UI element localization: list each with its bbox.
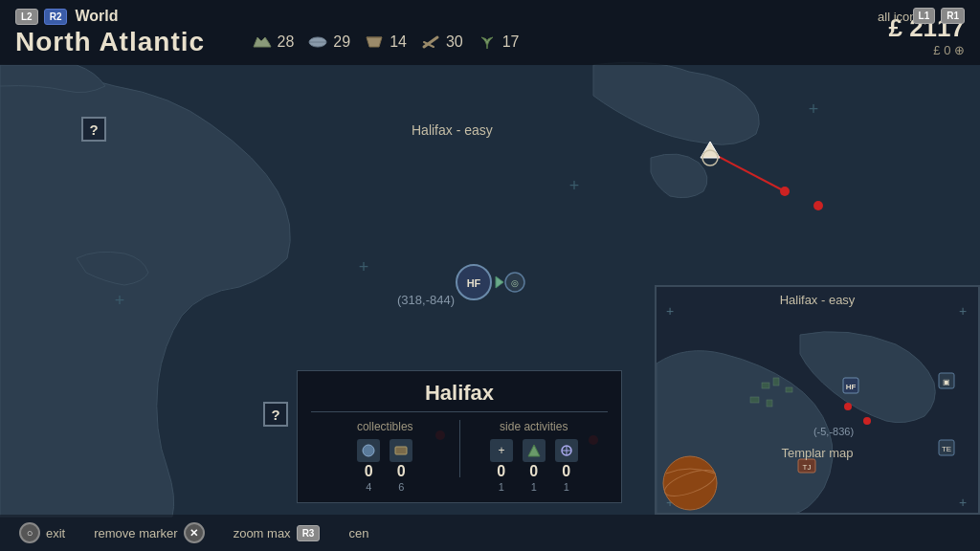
svg-text:TE: TE — [942, 445, 951, 453]
resource-cloth: 14 — [364, 33, 407, 51]
svg-point-34 — [844, 403, 852, 410]
svg-text:+: + — [115, 291, 125, 310]
nav-controls: L2 R2 World — [15, 8, 119, 25]
collectibles-section: collectibles 0 4 0 6 — [311, 420, 459, 493]
question-marker-2[interactable]: ? — [263, 402, 288, 427]
icons-buttons: L1 R1 — [913, 8, 965, 24]
world-label: World — [75, 8, 118, 25]
svg-text:◎: ◎ — [511, 278, 519, 288]
resource-plant: 17 — [477, 33, 520, 51]
r3-button[interactable]: R3 — [297, 525, 321, 541]
l2-button[interactable]: L2 — [15, 9, 38, 25]
svg-point-21 — [363, 445, 374, 456]
side-activity-icon-1: + — [490, 439, 513, 462]
side-activity-3: 0 1 — [555, 439, 578, 493]
svg-text:TJ: TJ — [803, 463, 812, 472]
svg-rect-32 — [750, 397, 759, 403]
svg-text:HF: HF — [467, 277, 481, 289]
side-activity-count-2: 0 — [529, 464, 538, 479]
side-activity-total-1: 1 — [499, 481, 504, 493]
svg-rect-31 — [786, 387, 792, 392]
svg-marker-24 — [528, 445, 540, 456]
minimap: HF (-5,-836) TJ ▣ TE + + + + Halifax - e… — [655, 285, 980, 515]
bottom-hud: ○ exit remove marker ✕ zoom max R3 cen — [0, 515, 980, 551]
coordinates-display: (318,-844) — [397, 293, 455, 307]
collectibles-items: 0 4 0 6 — [311, 439, 459, 493]
svg-rect-33 — [767, 400, 772, 407]
resource-metal: 29 — [307, 33, 350, 51]
collectible-count-1: 0 — [365, 464, 373, 479]
center-label: cen — [348, 526, 368, 540]
remove-marker-button[interactable]: ✕ — [184, 522, 205, 543]
svg-point-35 — [863, 417, 871, 425]
svg-text:+: + — [359, 257, 369, 276]
svg-rect-30 — [773, 378, 779, 386]
side-activity-total-3: 1 — [564, 481, 569, 493]
svg-rect-22 — [395, 447, 407, 454]
svg-point-8 — [813, 201, 823, 210]
minimap-title: Halifax - easy — [780, 293, 856, 307]
r1-button[interactable]: R1 — [941, 8, 965, 24]
svg-text:+: + — [959, 303, 967, 319]
svg-point-49 — [663, 456, 717, 510]
collectible-icon-2 — [390, 439, 412, 462]
side-activity-2: 0 1 — [523, 439, 546, 493]
resource-wood: 28 — [252, 33, 295, 51]
side-activities-label: side activities — [460, 420, 609, 433]
zoom-max-label: zoom max — [234, 526, 291, 540]
top-hud: L2 R2 World North Atlantic 28 29 14 — [0, 0, 980, 65]
collectible-1: 0 4 — [357, 439, 380, 493]
svg-point-7 — [780, 187, 790, 196]
collectible-2: 0 6 — [390, 439, 412, 493]
svg-text:+: + — [666, 303, 674, 319]
side-activity-icon-2 — [523, 439, 546, 462]
halifax-panel-title: Halifax — [311, 381, 608, 412]
side-activities-items: + 0 1 0 1 0 1 — [460, 439, 609, 493]
side-activity-count-3: 0 — [562, 464, 570, 479]
r2-button[interactable]: R2 — [44, 9, 68, 25]
side-activity-1: + 0 1 — [490, 439, 513, 493]
question-marker-1[interactable]: ? — [81, 117, 106, 142]
svg-text:+: + — [959, 495, 967, 510]
collectible-total-2: 6 — [398, 481, 404, 493]
svg-text:(-5,-836): (-5,-836) — [813, 426, 854, 437]
svg-rect-29 — [762, 383, 769, 388]
exit-button[interactable]: ○ — [19, 522, 40, 543]
exit-label: exit — [46, 526, 65, 540]
svg-text:▣: ▣ — [943, 378, 950, 386]
region-title: North Atlantic — [15, 27, 205, 56]
side-activity-count-1: 0 — [497, 464, 505, 479]
remove-marker-control: remove marker ✕ — [94, 522, 204, 543]
zoom-max-control: zoom max R3 — [234, 525, 321, 541]
resource-rope: 30 — [420, 33, 463, 51]
center-control: cen — [348, 526, 368, 540]
halifax-panel: Halifax collectibles 0 4 0 6 — [297, 370, 622, 503]
collectible-total-1: 4 — [366, 481, 371, 493]
collectible-count-2: 0 — [397, 464, 406, 479]
halifax-categories: collectibles 0 4 0 6 — [311, 420, 608, 493]
collectibles-label: collectibles — [311, 420, 459, 433]
l1-button[interactable]: L1 — [913, 8, 936, 24]
money-sub: £ 0 ⊕ — [888, 43, 965, 57]
side-activities-section: side activities + 0 1 0 1 — [460, 420, 609, 493]
svg-text:+: + — [498, 444, 504, 457]
svg-text:HF: HF — [846, 383, 857, 391]
side-activity-total-2: 1 — [531, 481, 537, 493]
side-activity-icon-3 — [555, 439, 578, 462]
svg-text:+: + — [569, 176, 580, 195]
exit-control: ○ exit — [19, 522, 65, 543]
halifax-map-label: Halifax - easy — [412, 122, 493, 138]
templar-map-label: Templar map — [781, 446, 853, 460]
svg-text:+: + — [809, 99, 819, 119]
collectible-icon-1 — [357, 439, 380, 462]
remove-marker-label: remove marker — [94, 526, 177, 540]
